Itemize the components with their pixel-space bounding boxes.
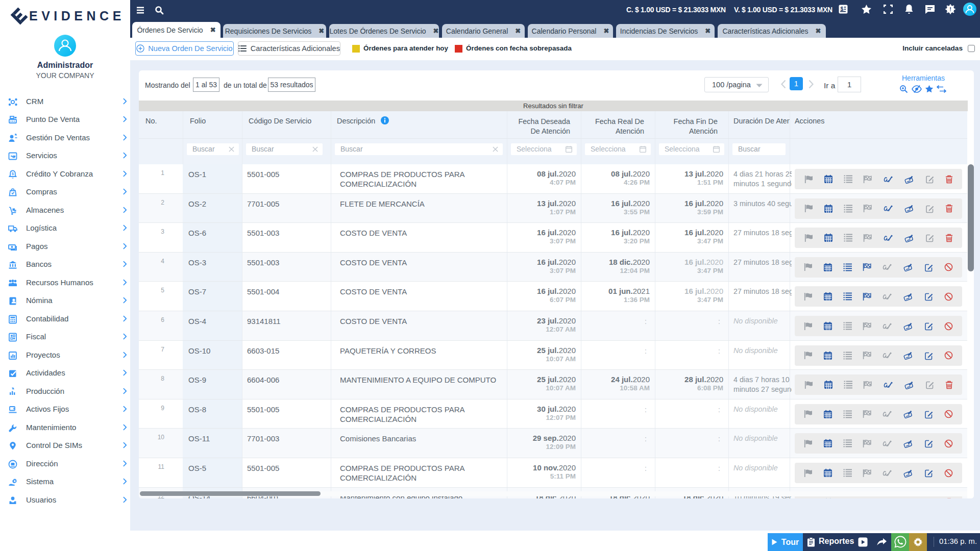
svg-text:!: !	[949, 6, 951, 12]
svg-text:$: $	[841, 6, 844, 12]
svg-text:$: $	[12, 172, 14, 176]
